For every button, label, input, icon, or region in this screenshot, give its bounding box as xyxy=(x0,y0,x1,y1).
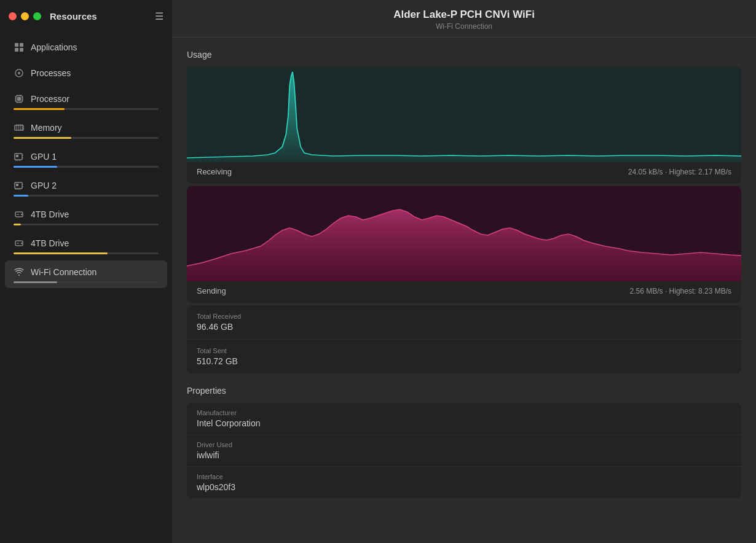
drive2-progress-bg xyxy=(14,252,159,254)
wifi-progress-bg xyxy=(14,281,159,283)
drive1-progress-fill xyxy=(14,224,21,225)
manufacturer-row: Manufacturer Intel Corporation xyxy=(187,403,741,435)
memory-icon xyxy=(14,122,25,133)
sending-chart-card: Sending 2.56 MB/s · Highest: 8.23 MB/s xyxy=(187,186,741,303)
sidebar-item-gpu2[interactable]: GPU 2 xyxy=(5,174,167,201)
svg-point-47 xyxy=(21,243,22,244)
driver-row: Driver Used iwlwifi xyxy=(187,435,741,467)
svg-rect-30 xyxy=(16,155,18,157)
properties-heading: Properties xyxy=(187,386,741,396)
svg-rect-2 xyxy=(15,48,18,52)
main-header: Alder Lake-P PCH CNVi WiFi Wi-Fi Connect… xyxy=(172,0,756,37)
device-type: Wi-Fi Connection xyxy=(184,22,744,31)
applications-label: Applications xyxy=(31,42,77,52)
traffic-lights xyxy=(9,12,41,20)
receiving-current: 24.05 kB/s xyxy=(628,168,663,176)
menu-icon[interactable]: ☰ xyxy=(155,10,163,22)
svg-rect-3 xyxy=(20,48,23,52)
gpu1-progress-fill xyxy=(14,166,57,168)
total-sent-value: 510.72 GB xyxy=(197,356,731,366)
receiving-highest: 2.17 MB/s xyxy=(698,168,731,176)
wifi-icon xyxy=(14,267,25,278)
main-body: Usage Rec xyxy=(172,37,756,543)
sending-label: Sending xyxy=(197,286,226,295)
gpu1-label: GPU 1 xyxy=(31,152,57,162)
svg-rect-0 xyxy=(15,43,18,47)
sending-current: 2.56 MB/s xyxy=(630,287,663,295)
titlebar: Resources ☰ xyxy=(0,0,172,32)
drive1-progress-bg xyxy=(14,224,159,225)
app-title: Resources xyxy=(50,11,149,21)
receiving-stats: 24.05 kB/s · Highest: 2.17 MB/s xyxy=(628,168,731,176)
manufacturer-label: Manufacturer xyxy=(197,409,731,416)
total-sent-row: Total Sent 510.72 GB xyxy=(187,340,741,373)
receiving-separator: · Highest: xyxy=(665,168,698,176)
svg-rect-49 xyxy=(187,67,741,162)
gpu2-progress-bg xyxy=(14,195,159,197)
maximize-button[interactable] xyxy=(33,12,41,20)
main-content-area: Alder Lake-P PCH CNVi WiFi Wi-Fi Connect… xyxy=(172,0,756,543)
processor-icon xyxy=(14,93,25,104)
receiving-chart-area xyxy=(187,67,741,162)
gpu1-progress-bg xyxy=(14,166,159,168)
drive1-label: 4TB Drive xyxy=(31,209,69,219)
total-received-value: 96.46 GB xyxy=(197,322,731,332)
processor-label: Processor xyxy=(31,94,69,104)
sending-highest: 8.23 MB/s xyxy=(698,287,731,295)
svg-rect-1 xyxy=(20,43,23,47)
sidebar-item-gpu1[interactable]: GPU 1 xyxy=(5,145,167,173)
interface-value: wlp0s20f3 xyxy=(197,482,731,492)
sidebar-item-processes[interactable]: Processes xyxy=(5,61,167,86)
applications-icon xyxy=(14,42,25,53)
sidebar-item-processor[interactable]: Processor xyxy=(5,87,167,115)
drive2-progress-fill xyxy=(14,252,108,254)
manufacturer-value: Intel Corporation xyxy=(197,418,731,428)
sending-stats: 2.56 MB/s · Highest: 8.23 MB/s xyxy=(630,287,731,295)
gpu2-label: GPU 2 xyxy=(31,181,57,190)
driver-value: iwlwifi xyxy=(197,450,731,460)
memory-progress-bg xyxy=(14,137,159,139)
properties-section: Properties Manufacturer Intel Corporatio… xyxy=(187,386,741,498)
memory-label: Memory xyxy=(31,123,62,133)
device-name: Alder Lake-P PCH CNVi WiFi xyxy=(184,9,744,21)
minimize-button[interactable] xyxy=(21,12,29,20)
driver-label: Driver Used xyxy=(197,441,731,448)
svg-rect-37 xyxy=(16,184,18,186)
drive2-icon xyxy=(14,238,25,249)
receiving-label: Receiving xyxy=(197,167,232,176)
receiving-chart-card: Receiving 24.05 kB/s · Highest: 2.17 MB/… xyxy=(187,67,741,184)
drive1-icon xyxy=(14,209,25,220)
properties-card: Manufacturer Intel Corporation Driver Us… xyxy=(187,403,741,498)
wifi-progress-fill xyxy=(14,281,57,283)
processor-progress-fill xyxy=(14,108,65,110)
svg-rect-7 xyxy=(17,97,21,101)
total-received-row: Total Received 96.46 GB xyxy=(187,305,741,340)
sidebar-item-wifi[interactable]: Wi-Fi Connection xyxy=(5,260,167,288)
interface-label: Interface xyxy=(197,473,731,480)
total-sent-label: Total Sent xyxy=(197,347,731,354)
sidebar-item-drive1[interactable]: 4TB Drive xyxy=(5,203,167,230)
gpu1-icon xyxy=(14,151,25,162)
sending-label-row: Sending 2.56 MB/s · Highest: 8.23 MB/s xyxy=(187,281,741,303)
stats-grid: Total Received 96.46 GB Total Sent 510.7… xyxy=(187,305,741,373)
memory-progress-fill xyxy=(14,137,71,139)
total-received-label: Total Received xyxy=(197,313,731,320)
sidebar: Resources ☰ Applications xyxy=(0,0,172,543)
gpu2-progress-fill xyxy=(14,195,28,197)
sending-separator: · Highest: xyxy=(665,287,698,295)
gpu2-icon xyxy=(14,180,25,191)
sidebar-item-applications[interactable]: Applications xyxy=(5,36,167,60)
sidebar-item-drive2[interactable]: 4TB Drive xyxy=(5,232,167,259)
sending-chart-area xyxy=(187,186,741,281)
usage-heading: Usage xyxy=(187,50,741,60)
close-button[interactable] xyxy=(9,12,17,20)
wifi-label: Wi-Fi Connection xyxy=(31,267,96,277)
sidebar-nav: Applications Processes xyxy=(0,32,172,543)
svg-point-44 xyxy=(21,214,22,215)
processes-label: Processes xyxy=(31,68,71,78)
processor-progress-bg xyxy=(14,108,159,110)
processes-icon xyxy=(14,68,25,79)
svg-point-5 xyxy=(18,72,20,74)
interface-row: Interface wlp0s20f3 xyxy=(187,467,741,498)
sidebar-item-memory[interactable]: Memory xyxy=(5,116,167,144)
